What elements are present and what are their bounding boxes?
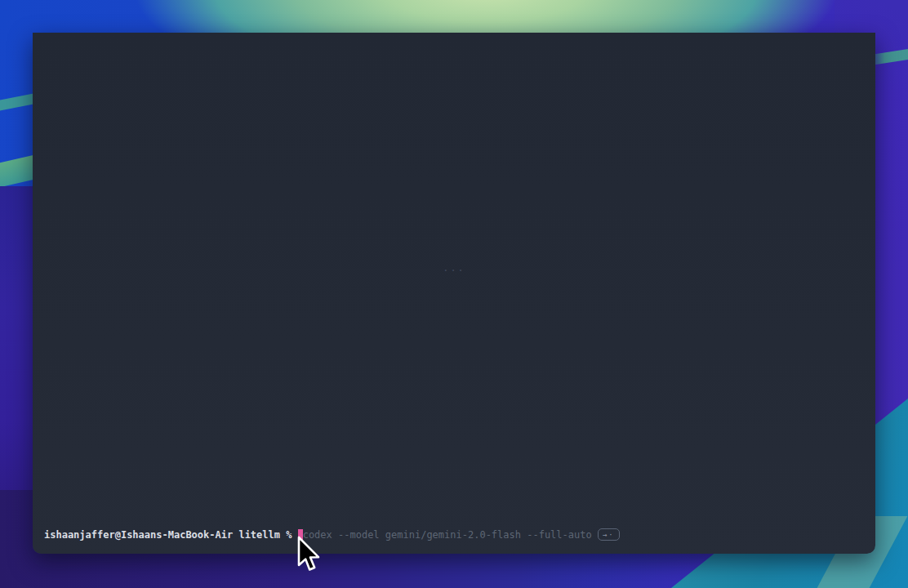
autosuggestion-text: codex --model gemini/gemini-2.0-flash --… [303, 528, 598, 541]
terminal-prompt-line[interactable]: ishaanjaffer@Ishaans-MacBook-Air litellm… [44, 528, 867, 541]
accept-suggestion-hint: →· [598, 528, 620, 541]
shell-prompt: ishaanjaffer@Ishaans-MacBook-Air litellm… [44, 528, 298, 541]
terminal-loading-dots: ··· [443, 265, 465, 276]
mouse-cursor-icon [294, 536, 320, 575]
terminal-window[interactable]: ··· ishaanjaffer@Ishaans-MacBook-Air lit… [33, 33, 875, 554]
